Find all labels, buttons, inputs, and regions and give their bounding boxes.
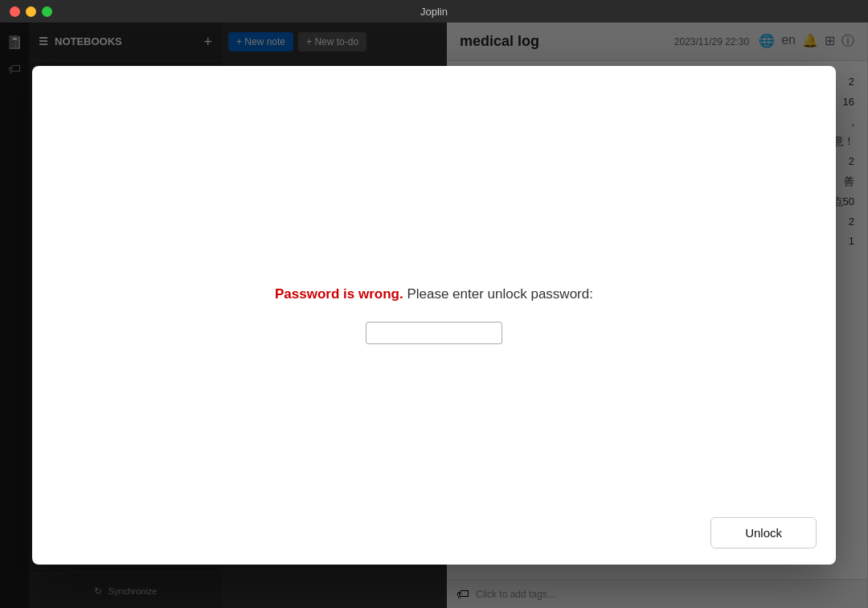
window-controls[interactable] [10, 6, 52, 17]
app-body: 📓 🏷 ☰ NOTEBOOKS + All notes Co... ↻ Sync… [0, 23, 868, 608]
modal-error-text: Password is wrong. [275, 286, 403, 302]
app-title: Joplin [420, 6, 448, 18]
modal-prompt-text: Please enter unlock password: [407, 286, 593, 302]
password-input[interactable] [366, 322, 502, 344]
modal-footer: Unlock [710, 517, 817, 548]
modal-overlay: Password is wrong. Please enter unlock p… [0, 23, 868, 608]
close-button[interactable] [10, 6, 20, 17]
modal-message: Password is wrong. Please enter unlock p… [275, 286, 593, 302]
title-bar: Joplin [0, 0, 868, 23]
modal-dialog: Password is wrong. Please enter unlock p… [32, 66, 836, 565]
maximize-button[interactable] [42, 6, 52, 17]
minimize-button[interactable] [26, 6, 36, 17]
unlock-button[interactable]: Unlock [710, 517, 817, 548]
